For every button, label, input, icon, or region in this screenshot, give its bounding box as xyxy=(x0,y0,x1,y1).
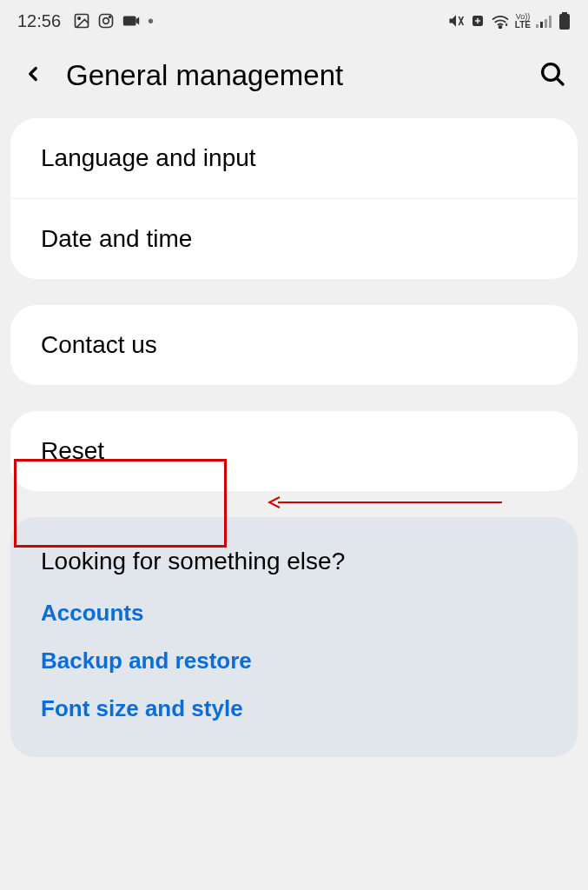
item-label: Contact us xyxy=(41,331,157,358)
search-button[interactable] xyxy=(538,60,566,91)
battery-icon xyxy=(558,12,571,30)
date-and-time-item[interactable]: Date and time xyxy=(10,199,578,279)
page-header: General management xyxy=(0,42,588,118)
camera-icon xyxy=(122,12,141,30)
svg-line-17 xyxy=(557,78,563,84)
svg-rect-11 xyxy=(540,22,543,28)
svg-rect-5 xyxy=(123,17,136,26)
suggestion-link-accounts[interactable]: Accounts xyxy=(41,600,547,627)
image-icon xyxy=(73,12,90,30)
svg-rect-13 xyxy=(549,16,552,28)
dot-icon: • xyxy=(148,11,154,31)
instagram-icon xyxy=(97,12,115,30)
reset-item[interactable]: Reset xyxy=(10,411,578,491)
svg-rect-15 xyxy=(559,14,570,30)
item-label: Language and input xyxy=(41,144,256,171)
svg-point-1 xyxy=(78,17,81,19)
page-title: General management xyxy=(66,59,538,92)
settings-section-2: Contact us xyxy=(10,305,578,385)
svg-point-3 xyxy=(103,18,109,24)
mute-icon xyxy=(447,12,465,30)
suggestion-link-font[interactable]: Font size and style xyxy=(41,695,547,722)
status-time: 12:56 xyxy=(17,11,61,31)
svg-rect-12 xyxy=(545,19,547,28)
signal-icon xyxy=(536,14,553,28)
status-bar-right: Vo)) LTE xyxy=(447,12,571,30)
svg-rect-10 xyxy=(536,24,538,28)
contact-us-item[interactable]: Contact us xyxy=(10,305,578,385)
svg-point-9 xyxy=(499,26,501,29)
suggestion-link-backup[interactable]: Backup and restore xyxy=(41,648,547,674)
item-label: Date and time xyxy=(41,225,192,252)
svg-rect-14 xyxy=(562,12,567,14)
back-button[interactable] xyxy=(22,63,44,89)
wifi-icon xyxy=(491,13,510,29)
settings-section-3: Reset xyxy=(10,411,578,491)
suggestions-section: Looking for something else? Accounts Bac… xyxy=(10,517,578,757)
data-saver-icon xyxy=(470,13,486,29)
suggestions-title: Looking for something else? xyxy=(41,548,547,575)
language-and-input-item[interactable]: Language and input xyxy=(10,118,578,199)
status-bar-left: 12:56 • xyxy=(17,11,154,31)
volte-icon: Vo)) LTE xyxy=(515,13,531,29)
annotation-arrow xyxy=(268,496,502,508)
settings-section-1: Language and input Date and time xyxy=(10,118,578,279)
status-bar: 12:56 • xyxy=(0,0,588,42)
svg-point-4 xyxy=(109,17,111,18)
item-label: Reset xyxy=(41,437,104,464)
